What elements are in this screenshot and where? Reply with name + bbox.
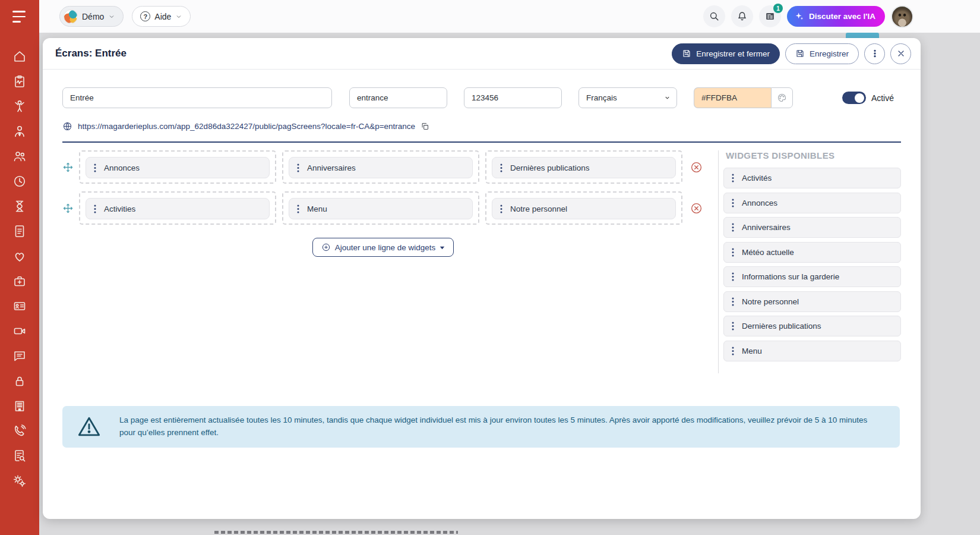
news-button[interactable]: 1 bbox=[759, 5, 781, 27]
app-logo-icon bbox=[64, 10, 78, 24]
sidebar-item-calls[interactable] bbox=[12, 423, 27, 438]
move-icon bbox=[63, 203, 73, 213]
screen-form: Français Activé bbox=[62, 87, 901, 108]
available-widget-chip[interactable]: Anniversaires bbox=[723, 217, 901, 238]
video-camera-icon bbox=[12, 324, 27, 338]
sidebar-item-cameras[interactable] bbox=[12, 323, 27, 338]
screen-pin-input[interactable] bbox=[464, 87, 562, 108]
screen-slug-input[interactable] bbox=[349, 87, 447, 108]
available-widget-label: Annonces bbox=[742, 199, 777, 207]
close-button[interactable] bbox=[890, 43, 911, 64]
sidebar-item-facility[interactable] bbox=[12, 398, 27, 413]
drag-handle-icon bbox=[732, 322, 734, 331]
sidebar-item-settings[interactable] bbox=[12, 473, 27, 488]
widget-slot[interactable]: Dernières publications bbox=[485, 150, 682, 184]
search-icon bbox=[709, 11, 720, 22]
drag-handle-icon bbox=[297, 204, 299, 213]
public-url-link[interactable]: https://magarderieplus.com/app_62d86da32… bbox=[78, 122, 415, 131]
widget-chip-label: Dernières publications bbox=[510, 163, 590, 172]
org-switcher[interactable]: Démo bbox=[59, 6, 124, 27]
available-widget-chip[interactable]: Activités bbox=[723, 168, 901, 188]
ai-chat-button[interactable]: Discuter avec l'IA bbox=[787, 6, 885, 27]
available-widget-chip[interactable]: Dernières publications bbox=[723, 316, 901, 336]
language-select[interactable]: Français bbox=[578, 87, 677, 108]
sidebar-item-reports[interactable] bbox=[12, 448, 27, 463]
document-search-icon bbox=[12, 449, 27, 463]
menu-icon[interactable] bbox=[12, 11, 27, 23]
widget-slot[interactable]: Notre personnel bbox=[485, 191, 682, 225]
topbar-actions: 1 Discuter avec l'IA bbox=[703, 5, 972, 28]
sidebar-item-staff[interactable] bbox=[12, 124, 27, 139]
widget-chip[interactable]: Activities bbox=[86, 198, 270, 219]
available-widget-chip[interactable]: Annonces bbox=[723, 193, 901, 213]
sidebar-item-health[interactable] bbox=[12, 248, 27, 263]
help-menu[interactable]: ? Aide bbox=[132, 6, 191, 27]
available-widget-chip[interactable]: Météo actuelle bbox=[723, 242, 901, 263]
sidebar-item-families[interactable] bbox=[12, 149, 27, 163]
sidebar-item-waitlist[interactable] bbox=[12, 199, 27, 213]
widget-slot[interactable]: Menu bbox=[282, 191, 479, 225]
move-row-handle[interactable] bbox=[62, 162, 73, 172]
copy-url-button[interactable] bbox=[421, 122, 429, 131]
available-widget-chip[interactable]: Notre personnel bbox=[723, 291, 901, 312]
move-row-handle[interactable] bbox=[62, 203, 73, 213]
widget-slot[interactable]: Anniversaires bbox=[282, 150, 479, 184]
select-chevron-icon bbox=[664, 95, 671, 101]
widget-chip[interactable]: Anniversaires bbox=[289, 157, 473, 178]
widget-chip[interactable]: Dernières publications bbox=[492, 157, 676, 178]
available-widget-label: Dernières publications bbox=[742, 322, 821, 331]
save-and-close-button[interactable]: Enregistrer et fermer bbox=[672, 43, 780, 64]
widget-slot[interactable]: Activities bbox=[79, 191, 276, 225]
heart-icon bbox=[12, 249, 27, 263]
sidebar-item-attendance[interactable] bbox=[12, 174, 27, 188]
available-widget-chip[interactable]: Informations sur la garderie bbox=[723, 266, 901, 287]
hourglass-icon bbox=[12, 199, 27, 213]
screen-editor-panel: Écrans: Entrée Enregistrer et fermer Enr… bbox=[43, 38, 921, 519]
drag-handle-icon bbox=[500, 163, 502, 172]
add-widget-row-button[interactable]: Ajouter une ligne de widgets bbox=[312, 238, 454, 257]
available-widgets-panel: WIDGETS DISPONIBLES Activités Annonces bbox=[718, 150, 901, 373]
padlock-icon bbox=[12, 374, 27, 388]
available-widget-chip[interactable]: Menu bbox=[723, 341, 901, 361]
remove-row-button[interactable] bbox=[688, 202, 704, 215]
ai-chat-label: Discuter avec l'IA bbox=[809, 12, 875, 21]
plus-circle-icon bbox=[321, 243, 331, 252]
sidebar-item-messages[interactable] bbox=[12, 348, 27, 363]
document-list-icon bbox=[12, 224, 27, 238]
color-picker-button[interactable] bbox=[771, 87, 793, 108]
widget-chip[interactable]: Annonces bbox=[86, 157, 270, 178]
sidebar-item-id-cards[interactable] bbox=[12, 298, 27, 313]
notifications-button[interactable] bbox=[731, 5, 753, 27]
widget-builder: Annonces Anniversaires bbox=[62, 146, 901, 373]
widget-chip-label: Annonces bbox=[104, 163, 140, 172]
widget-row-1: Annonces Anniversaires bbox=[62, 150, 704, 184]
caret-down-icon bbox=[440, 245, 445, 250]
drag-handle-icon bbox=[732, 248, 734, 257]
warning-triangle-icon bbox=[77, 415, 102, 439]
user-avatar[interactable] bbox=[891, 5, 913, 28]
save-button[interactable]: Enregistrer bbox=[785, 43, 859, 64]
color-input[interactable] bbox=[694, 87, 771, 108]
sidebar-item-home[interactable] bbox=[12, 49, 27, 64]
drag-handle-icon bbox=[94, 204, 96, 213]
widget-chip[interactable]: Notre personnel bbox=[492, 198, 676, 219]
copy-icon bbox=[421, 122, 429, 131]
move-icon bbox=[63, 162, 73, 172]
sidebar-item-billing[interactable] bbox=[12, 224, 27, 238]
app-root: Démo ? Aide 1 bbox=[0, 0, 980, 535]
sidebar-item-children[interactable] bbox=[12, 99, 27, 114]
sidebar-item-first-aid[interactable] bbox=[12, 273, 27, 288]
screen-name-input[interactable] bbox=[62, 87, 332, 108]
public-url-row: https://magarderieplus.com/app_62d86da32… bbox=[62, 121, 901, 131]
widget-slot[interactable]: Annonces bbox=[79, 150, 276, 184]
more-options-button[interactable] bbox=[864, 43, 885, 64]
save-icon bbox=[795, 49, 805, 58]
widget-chip[interactable]: Menu bbox=[289, 198, 473, 219]
widget-chip-label: Anniversaires bbox=[307, 163, 356, 172]
sidebar-item-activity-report[interactable] bbox=[12, 74, 27, 89]
search-button[interactable] bbox=[703, 5, 725, 27]
remove-row-button[interactable] bbox=[688, 161, 704, 174]
sidebar-item-security[interactable] bbox=[12, 373, 27, 388]
active-toggle[interactable] bbox=[842, 92, 866, 104]
drag-handle-icon bbox=[94, 163, 96, 172]
